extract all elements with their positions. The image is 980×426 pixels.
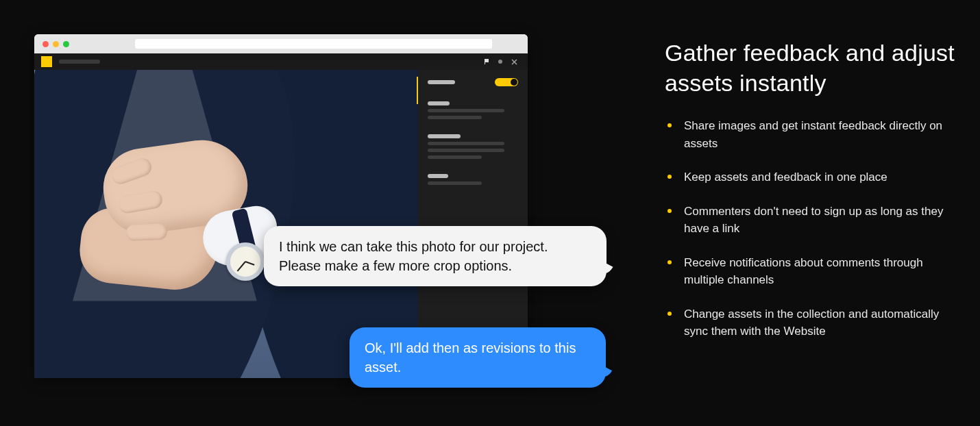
app-logo	[41, 56, 52, 67]
browser-titlebar	[34, 34, 528, 53]
flag-icon[interactable]	[480, 56, 493, 67]
app-title-placeholder	[59, 60, 100, 64]
feature-item: Share images and get instant feedback di…	[665, 117, 959, 152]
url-bar[interactable]	[135, 39, 492, 49]
feature-item: Change assets in the collection and auto…	[665, 305, 959, 340]
feature-item: Receive notifications about comments thr…	[665, 254, 959, 289]
app-toolbar	[34, 53, 528, 70]
feature-item: Commenters don't need to sign up as long…	[665, 203, 959, 238]
svg-rect-1	[485, 59, 485, 64]
svg-point-2	[498, 60, 502, 64]
section-headline: Gather feedback and adjust assets instan…	[665, 38, 959, 98]
comment-author-stub	[428, 101, 450, 105]
feature-copy: Gather feedback and adjust assets instan…	[665, 34, 959, 405]
watch-icon	[226, 242, 265, 281]
feature-list: Share images and get instant feedback di…	[665, 117, 959, 340]
traffic-light-minimize[interactable]	[53, 41, 59, 47]
panel-label	[428, 80, 455, 84]
traffic-light-zoom[interactable]	[63, 41, 69, 47]
traffic-light-close[interactable]	[42, 41, 49, 47]
feature-item: Keep assets and feedback in one place	[665, 168, 959, 186]
comment-line	[428, 142, 504, 145]
comment-line	[428, 116, 482, 119]
browser-mock	[34, 34, 528, 378]
comment-line	[428, 155, 482, 159]
comment-line	[428, 109, 504, 112]
chat-bubble-outgoing: Ok, I'll add then as revisions to this a…	[350, 327, 606, 388]
comment-line	[428, 149, 504, 152]
comment-author-stub	[428, 134, 461, 138]
comment-author-stub	[428, 174, 448, 178]
dot-icon[interactable]	[493, 56, 507, 67]
panel-toggle[interactable]	[495, 78, 518, 86]
chat-message-text: I think we can take this photo for our p…	[279, 239, 548, 273]
chat-bubble-incoming: I think we can take this photo for our p…	[264, 226, 607, 286]
close-icon[interactable]	[507, 56, 521, 67]
chat-message-text: Ok, I'll add then as revisions to this a…	[365, 340, 576, 375]
comment-line	[428, 181, 482, 185]
